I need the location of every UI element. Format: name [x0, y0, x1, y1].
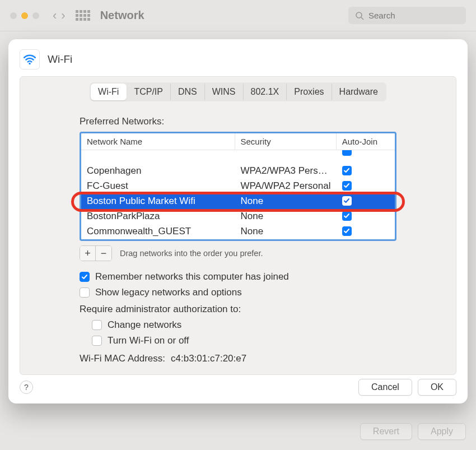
forward-button[interactable]: › [61, 8, 65, 23]
close-window-icon[interactable] [10, 12, 17, 19]
svg-line-1 [361, 17, 363, 20]
sheet-title: Wi-Fi [48, 53, 72, 66]
table-row[interactable]: CopenhagenWPA2/WPA3 Personal [81, 164, 395, 179]
search-icon [355, 11, 364, 20]
add-network-button[interactable]: + [80, 246, 96, 261]
minimize-window-icon[interactable] [21, 12, 28, 19]
search-input[interactable] [367, 10, 459, 21]
tab-tcpip[interactable]: TCP/IP [127, 83, 171, 100]
table-row[interactable]: Boston Public Market WifiNone [81, 194, 395, 209]
cell-security: None [235, 209, 337, 224]
table-row[interactable]: FC-GuestWPA/WPA2 Personal [81, 179, 395, 194]
window-traffic-lights [10, 12, 39, 19]
preferred-networks-label: Preferred Networks: [80, 116, 456, 127]
svg-point-0 [356, 12, 362, 18]
col-autojoin[interactable]: Auto-Join [337, 133, 395, 150]
autojoin-checkbox[interactable] [342, 181, 352, 191]
remove-network-button[interactable]: − [96, 246, 111, 261]
autojoin-checkbox[interactable] [342, 166, 352, 175]
autojoin-checkbox[interactable] [342, 226, 352, 236]
cell-security: WPA/WPA2 Personal [235, 179, 337, 194]
wifi-icon [20, 49, 40, 69]
require-admin-label: Require administrator authorization to: [80, 304, 456, 315]
cell-network-name: Boston Public Market Wifi [81, 194, 235, 209]
remember-networks-checkbox[interactable] [80, 272, 90, 282]
ok-button[interactable]: OK [418, 379, 456, 396]
back-button[interactable]: ‹ [53, 8, 57, 23]
mac-address-label: Wi-Fi MAC Address: [80, 353, 165, 364]
mac-address-value: c4:b3:01:c7:20:e7 [171, 353, 246, 364]
cancel-button[interactable]: Cancel [358, 379, 412, 396]
search-field[interactable] [348, 7, 466, 24]
preferred-networks-table[interactable]: Network Name Security Auto-Join Copenhag… [80, 132, 396, 241]
table-row[interactable] [81, 150, 395, 164]
auth-toggle-wifi-label: Turn Wi-Fi on or off [108, 335, 189, 346]
window-footer: Revert Apply [360, 423, 466, 440]
window-title: Network [100, 9, 144, 22]
tab-wins[interactable]: WINS [205, 83, 244, 100]
col-security[interactable]: Security [235, 133, 337, 150]
cell-network-name: BostonParkPlaza [81, 209, 235, 224]
remember-networks-label: Remember networks this computer has join… [95, 271, 289, 282]
apply-button[interactable]: Apply [418, 423, 466, 440]
table-row[interactable]: Commonwealth_GUESTNone [81, 224, 395, 239]
auth-change-networks-checkbox[interactable] [92, 320, 102, 330]
cell-security: None [235, 224, 337, 239]
svg-point-2 [29, 63, 30, 64]
auth-toggle-wifi-checkbox[interactable] [92, 336, 102, 346]
auth-change-networks-label: Change networks [108, 319, 181, 331]
cell-security: WPA2/WPA3 Personal [235, 164, 337, 179]
autojoin-checkbox[interactable] [342, 211, 352, 221]
cell-network-name: Commonwealth_GUEST [81, 224, 235, 239]
cell-network-name: FC-Guest [81, 179, 235, 194]
show-legacy-label: Show legacy networks and options [95, 287, 242, 298]
revert-button[interactable]: Revert [360, 423, 412, 440]
zoom-window-icon[interactable] [32, 12, 39, 19]
content-panel: Wi-FiTCP/IPDNSWINS802.1XProxiesHardware … [20, 76, 456, 375]
tab-proxies[interactable]: Proxies [287, 83, 332, 100]
table-header: Network Name Security Auto-Join [81, 133, 395, 150]
cell-network-name: Copenhagen [81, 164, 235, 179]
drag-hint: Drag networks into the order you prefer. [120, 249, 263, 258]
show-legacy-checkbox[interactable] [80, 287, 90, 298]
cell-security: None [235, 194, 337, 209]
prefs-toolbar: ‹ › Network [0, 0, 476, 31]
tab-hardware[interactable]: Hardware [332, 83, 385, 100]
tab-bar: Wi-FiTCP/IPDNSWINS802.1XProxiesHardware [90, 82, 386, 101]
tab-8021x[interactable]: 802.1X [244, 83, 287, 100]
all-prefs-icon[interactable] [76, 10, 90, 21]
col-network-name[interactable]: Network Name [81, 133, 235, 150]
tab-wifi[interactable]: Wi-Fi [91, 83, 127, 100]
tab-dns[interactable]: DNS [171, 83, 205, 100]
autojoin-checkbox[interactable] [342, 196, 352, 206]
table-row[interactable]: BostonParkPlazaNone [81, 209, 395, 224]
add-remove-control: + − [80, 245, 112, 261]
wifi-advanced-sheet: Wi-Fi Wi-FiTCP/IPDNSWINS802.1XProxiesHar… [8, 39, 468, 403]
help-button[interactable]: ? [20, 381, 33, 394]
